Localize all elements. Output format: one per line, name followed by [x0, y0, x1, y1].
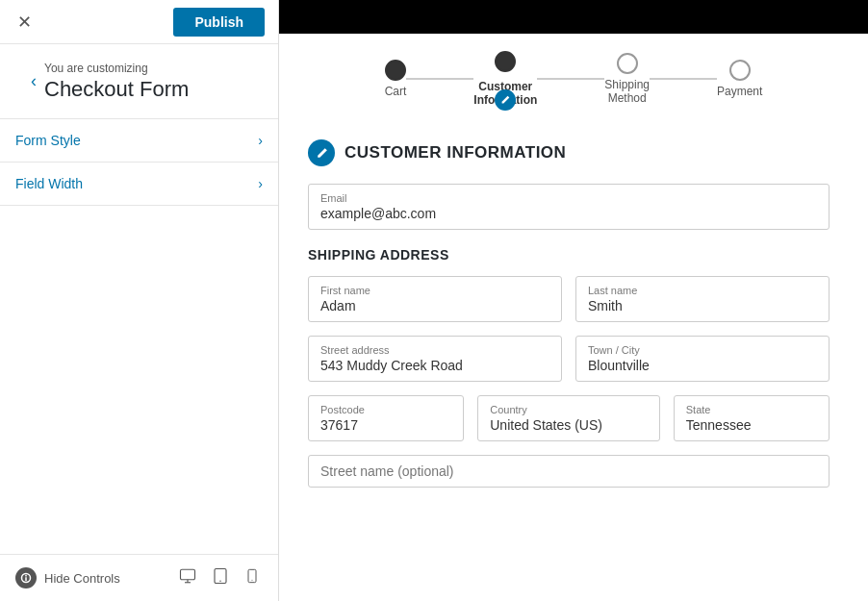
postcode-label: Postcode [320, 404, 451, 415]
email-label: Email [320, 192, 817, 204]
step-shipping: ShippingMethod [604, 53, 650, 105]
step-circle-payment [729, 60, 751, 81]
town-value: Blountville [588, 358, 817, 373]
checkout-steps: Cart CustomerInformation ShippingMethod [279, 34, 868, 116]
sidebar-item-field-width[interactable]: Field Width › [0, 163, 278, 206]
publish-button[interactable]: Publish [173, 8, 265, 37]
mobile-icon[interactable] [242, 564, 263, 591]
country-field[interactable]: Country United States (US) [477, 395, 660, 441]
step-circle-cart [385, 60, 406, 81]
country-value: United States (US) [490, 417, 648, 433]
town-label: Town / City [588, 344, 817, 356]
name-row: First name Adam Last name Smith [308, 276, 830, 322]
close-button[interactable]: ✕ [13, 8, 36, 37]
device-switcher [176, 564, 263, 591]
street-value: 543 Muddy Creek Road [320, 358, 549, 373]
hide-controls-button[interactable]: Hide Controls [15, 567, 120, 588]
sidebar-item-form-style[interactable]: Form Style › [0, 119, 278, 163]
postcode-field[interactable]: Postcode 37617 [308, 395, 464, 441]
address-row: Street address 543 Muddy Creek Road Town… [308, 336, 830, 382]
street2-input[interactable] [320, 463, 817, 479]
step-circle-shipping [617, 53, 638, 74]
street2-field[interactable] [308, 455, 830, 488]
sidebar: ✕ Publish ‹ You are customizing Checkout… [0, 0, 279, 601]
form-style-label: Form Style [15, 133, 81, 148]
checkout-body: CUSTOMER INFORMATION Email example@abc.c… [279, 116, 868, 601]
state-label: State [686, 404, 817, 415]
first-name-field[interactable]: First name Adam [308, 276, 562, 322]
first-name-label: First name [320, 285, 549, 296]
step-circle-customer [495, 51, 516, 72]
email-value: example@abc.com [320, 206, 817, 221]
last-name-value: Smith [588, 298, 817, 313]
customizer-context: ‹ You are customizing Checkout Form [0, 44, 278, 119]
customer-info-title: CUSTOMER INFORMATION [345, 143, 566, 163]
hide-controls-icon [15, 567, 37, 588]
desktop-icon[interactable] [176, 564, 199, 591]
step-line-1 [406, 78, 473, 80]
hide-controls-label: Hide Controls [44, 571, 120, 586]
last-name-label: Last name [588, 285, 817, 296]
last-name-field[interactable]: Last name Smith [575, 276, 830, 322]
svg-point-7 [219, 581, 221, 583]
svg-point-9 [251, 580, 252, 581]
country-label: Country [490, 404, 648, 415]
shipping-address-title: SHIPPING ADDRESS [308, 247, 830, 263]
step-label-payment: Payment [717, 85, 762, 98]
svg-rect-1 [25, 575, 27, 577]
street2-group [308, 455, 830, 488]
step-payment: Payment [717, 60, 762, 98]
customer-info-icon [308, 139, 335, 166]
step-cart: Cart [385, 60, 407, 98]
sidebar-header: ✕ Publish [0, 0, 278, 44]
field-width-label: Field Width [15, 176, 83, 191]
state-field[interactable]: State Tennessee [674, 395, 830, 441]
email-field[interactable]: Email example@abc.com [308, 184, 830, 230]
svg-rect-3 [181, 569, 195, 580]
main-content: Cart CustomerInformation ShippingMethod [279, 0, 868, 601]
customer-info-heading: CUSTOMER INFORMATION [308, 139, 830, 166]
page-title: Checkout Form [44, 77, 189, 102]
first-name-value: Adam [320, 298, 549, 313]
step-label-shipping: ShippingMethod [604, 78, 650, 105]
back-button[interactable]: ‹ [15, 58, 37, 105]
postcode-value: 37617 [320, 417, 451, 433]
state-value: Tennessee [686, 417, 817, 433]
edit-pencil-icon [495, 89, 516, 111]
steps-row: Cart CustomerInformation ShippingMethod [385, 51, 763, 107]
postcode-row: Postcode 37617 Country United States (US… [308, 395, 830, 441]
email-group: Email example@abc.com [308, 184, 830, 230]
sidebar-bottom: Hide Controls [0, 554, 278, 601]
svg-rect-2 [25, 577, 27, 581]
town-field[interactable]: Town / City Blountville [575, 336, 830, 382]
chevron-right-icon: › [258, 176, 263, 191]
tablet-icon[interactable] [209, 564, 232, 591]
step-line-3 [650, 78, 717, 80]
chevron-right-icon: › [258, 133, 263, 148]
top-bar [279, 0, 868, 34]
street-field[interactable]: Street address 543 Muddy Creek Road [308, 336, 562, 382]
step-line-2 [537, 78, 604, 80]
step-customer: CustomerInformation [473, 51, 537, 107]
street-label: Street address [320, 344, 549, 356]
step-label-cart: Cart [385, 85, 407, 98]
you-are-label: You are customizing [44, 62, 189, 75]
